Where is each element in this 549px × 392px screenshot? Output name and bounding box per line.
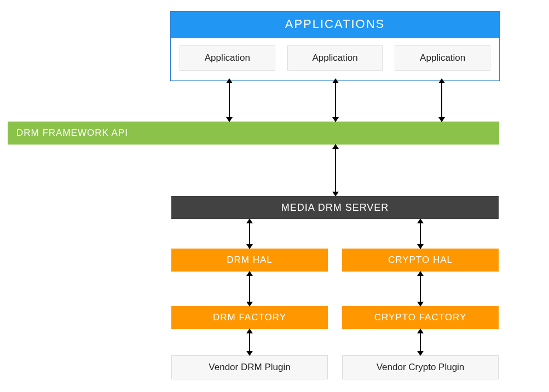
applications-container: APPLICATIONS Application Application App… — [170, 11, 500, 81]
applications-header: APPLICATIONS — [171, 11, 499, 38]
application-box: Application — [395, 45, 490, 71]
arrow-drm-hal-factory — [249, 272, 250, 306]
arrow-crypto-factory-vendor — [420, 329, 421, 355]
arrow-server-crypto-hal — [420, 219, 421, 249]
vendor-crypto-plugin-box: Vendor Crypto Plugin — [342, 355, 499, 379]
drm-factory-box: DRM FACTORY — [171, 306, 328, 329]
arrow-app1-api — [229, 79, 230, 122]
arrow-server-drm-hal — [249, 219, 250, 249]
arrow-crypto-hal-factory — [420, 272, 421, 306]
applications-row: Application Application Application — [171, 38, 499, 80]
application-box: Application — [287, 45, 383, 71]
drm-hal-box: DRM HAL — [171, 249, 328, 272]
application-box: Application — [180, 45, 275, 71]
drm-framework-api-bar: DRM FRAMEWORK API — [8, 122, 499, 145]
arrow-api-server — [335, 145, 336, 196]
crypto-factory-box: CRYPTO FACTORY — [342, 306, 499, 329]
diagram-stage: APPLICATIONS Application Application App… — [0, 0, 549, 392]
vendor-drm-plugin-box: Vendor DRM Plugin — [171, 355, 328, 379]
arrow-app2-api — [335, 79, 336, 122]
crypto-hal-box: CRYPTO HAL — [342, 249, 499, 272]
arrow-drm-factory-vendor — [249, 329, 250, 355]
arrow-app3-api — [441, 79, 442, 122]
media-drm-server-bar: MEDIA DRM SERVER — [171, 196, 499, 219]
